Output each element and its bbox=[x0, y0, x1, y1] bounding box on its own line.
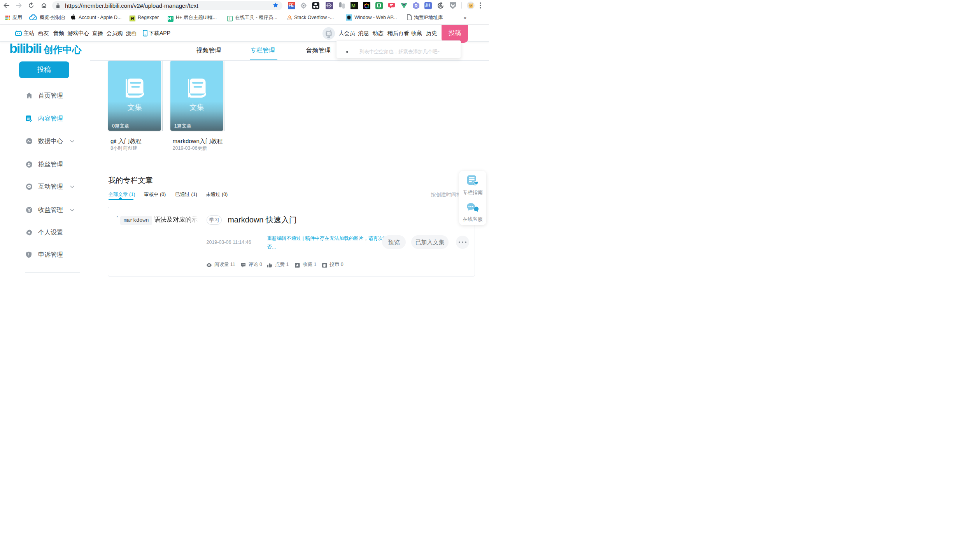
svg-text:R: R bbox=[415, 3, 418, 8]
